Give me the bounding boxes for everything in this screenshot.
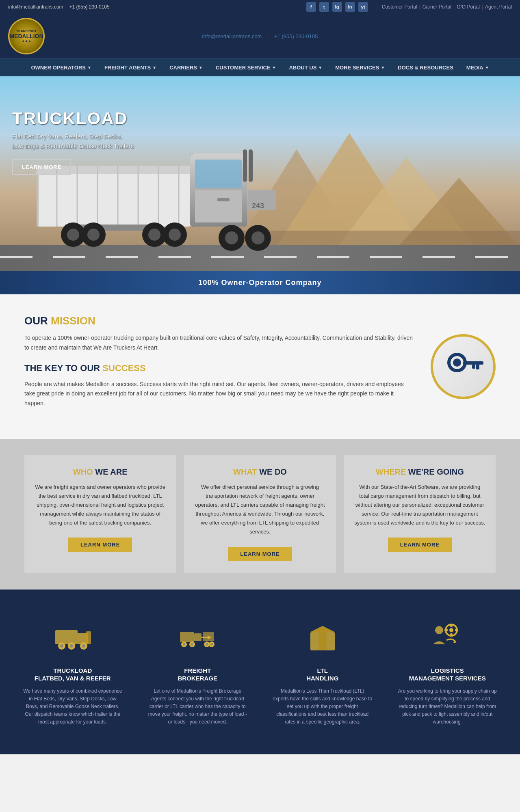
svg-rect-51 — [180, 632, 194, 642]
truckload-text: We have many years of combined experienc… — [22, 687, 123, 726]
svg-point-25 — [67, 229, 79, 241]
carrier-portal-link[interactable]: Carrier Portal — [422, 4, 451, 10]
svg-point-38 — [453, 358, 461, 367]
svg-point-31 — [169, 229, 181, 241]
truckload-icon — [54, 624, 91, 652]
nav-more-services-label: MORE SERVICES — [335, 65, 379, 71]
instagram-icon[interactable]: ig — [332, 2, 342, 12]
nav-docs-resources-label: DOCS & RESOURCES — [398, 65, 453, 71]
three-col-section: WHO WE ARE We are freight agents and own… — [0, 439, 520, 590]
logistics-text: Are you working to bring your supply cha… — [397, 687, 498, 726]
our-text: OUR — [24, 315, 48, 327]
svg-rect-41 — [472, 365, 475, 369]
banner: 100% Owner-Operator Company — [0, 271, 520, 294]
nav-customer-service[interactable]: CUSTOMER SERVICE ▼ — [209, 59, 283, 76]
where-going-card: WHERE WE'RE GOING With our State-of the-… — [344, 455, 496, 573]
where-heading: WHERE WE'RE GOING — [354, 467, 485, 477]
what-text: We offer direct personal service through… — [194, 483, 325, 537]
svg-point-27 — [87, 229, 100, 241]
nav-carriers[interactable]: CARRIERS ▼ — [163, 59, 209, 76]
nav-more-services-arrow: ▼ — [381, 65, 385, 70]
ltl-title: LTL HANDLING — [272, 667, 373, 682]
svg-text:243: 243 — [252, 202, 264, 210]
key-icon-svg — [443, 346, 483, 387]
nav-docs-resources[interactable]: DOCS & RESOURCES — [391, 59, 460, 76]
ltl-text: Medallion's Less Than Truckload (LTL) ex… — [272, 687, 373, 726]
oo-portal-link[interactable]: O/O Portal — [457, 4, 480, 10]
svg-rect-59 — [203, 632, 214, 641]
svg-marker-65 — [310, 626, 335, 632]
agent-portal-link[interactable]: Agent Portal — [485, 4, 512, 10]
header: TRANSPORT MEDALLION ★ ★ ★ info@medallian… — [0, 14, 520, 58]
header-email[interactable]: info@medalliantrans.com — [202, 33, 262, 39]
mission-icon — [431, 334, 496, 399]
top-bar: info@medalliantrans.com +1 (855) 230-010… — [0, 0, 520, 14]
nav-media-label: MEDIA — [466, 65, 483, 71]
nav-carriers-label: CARRIERS — [169, 65, 197, 71]
freight-icon — [179, 624, 216, 652]
logistics-icon-area — [427, 618, 468, 659]
who-dark: WE ARE — [95, 467, 127, 476]
service-ltl: LTL HANDLING Medallion's Less Than Truck… — [266, 610, 379, 734]
freight-icon-area — [177, 618, 218, 659]
nav-media[interactable]: MEDIA ▼ — [460, 59, 496, 76]
nav-about-us-arrow: ▼ — [318, 65, 322, 70]
road-lines — [0, 256, 520, 258]
portal-links: Customer Portal | Carrier Portal | O/O P… — [382, 4, 512, 10]
freight-text: Let one of Medallion's Freight Brokerage… — [147, 687, 248, 726]
phone-link[interactable]: +1 (855) 230-0105 — [69, 4, 110, 10]
svg-rect-39 — [463, 361, 483, 365]
who-heading: WHO WE ARE — [35, 467, 166, 477]
svg-point-54 — [183, 643, 185, 646]
who-learn-btn[interactable]: LEARN MORE — [68, 538, 132, 552]
logistics-title: LOGISTICS MANAGEMENT SERVICES — [397, 667, 498, 682]
top-bar-right: f t ig in yt | Customer Portal | Carrier… — [306, 2, 512, 12]
who-we-are-card: WHO WE ARE We are freight agents and own… — [24, 455, 176, 573]
svg-rect-52 — [194, 633, 202, 641]
mountains-svg — [236, 117, 520, 247]
where-learn-btn[interactable]: LEARN MORE — [388, 538, 452, 552]
nav-about-us[interactable]: ABOUT US ▼ — [282, 59, 329, 76]
nav-owner-operators-arrow: ▼ — [87, 65, 91, 70]
banner-text: 100% Owner-Operator Company — [198, 279, 321, 287]
svg-point-33 — [225, 231, 238, 244]
youtube-icon[interactable]: yt — [358, 2, 368, 12]
hero-subtitle: Flat Bed Dry Vans, Reefers, Step Decks, … — [12, 132, 134, 151]
where-highlight: WHERE — [376, 467, 406, 476]
facebook-icon[interactable]: f — [306, 2, 316, 12]
nav-owner-operators[interactable]: OWNER OPERATORS ▼ — [24, 59, 98, 76]
linkedin-icon[interactable]: in — [345, 2, 355, 12]
svg-rect-22 — [243, 149, 247, 182]
svg-point-48 — [70, 644, 73, 648]
svg-rect-23 — [249, 149, 253, 182]
what-highlight: WHAT — [233, 467, 257, 476]
twitter-icon[interactable]: t — [319, 2, 329, 12]
logo[interactable]: TRANSPORT MEDALLION ★ ★ ★ — [8, 18, 45, 54]
hero-title: TRUCKLOAD — [12, 109, 134, 128]
svg-point-56 — [191, 643, 193, 646]
hero-cta-button[interactable]: LEARN MORE — [12, 159, 71, 175]
hero-section: 243 TRUCKLOAD Flat Bed Dry Vans, Reefers… — [0, 76, 520, 271]
nav-customer-service-arrow: ▼ — [272, 65, 276, 70]
mission-text: MISSION — [51, 315, 95, 327]
svg-rect-74 — [444, 629, 448, 631]
nav-owner-operators-label: OWNER OPERATORS — [31, 65, 86, 71]
freight-title: FREIGHT BROKERAGE — [147, 667, 248, 682]
header-phone[interactable]: +1 (855) 230-0105 — [274, 33, 318, 39]
nav-freight-agents[interactable]: FREIGHT AGENTS ▼ — [98, 59, 163, 76]
nav-more-services[interactable]: MORE SERVICES ▼ — [329, 59, 391, 76]
email-link[interactable]: info@medalliantrans.com — [8, 4, 63, 10]
svg-rect-19 — [195, 190, 242, 222]
nav-media-arrow: ▼ — [485, 65, 489, 70]
key-to-our-text: THE KEY TO OUR — [24, 363, 100, 373]
logistics-icon — [429, 622, 466, 654]
what-heading: WHAT WE DO — [194, 467, 325, 477]
customer-portal-link[interactable]: Customer Portal — [382, 4, 417, 10]
svg-rect-75 — [455, 629, 458, 631]
ltl-icon-area — [302, 618, 343, 659]
what-learn-btn[interactable]: LEARN MORE — [228, 547, 292, 561]
nav-about-us-label: ABOUT US — [289, 65, 316, 71]
our-mission-heading: OUR MISSION — [24, 315, 414, 327]
navbar: OWNER OPERATORS ▼ FREIGHT AGENTS ▼ CARRI… — [0, 58, 520, 76]
svg-point-63 — [210, 643, 213, 646]
